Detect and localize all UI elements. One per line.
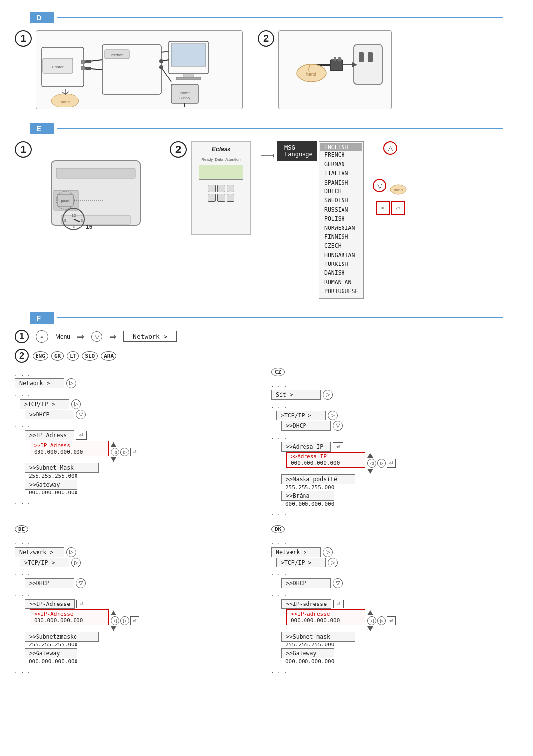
network-item-eng[interactable]: Network >: [15, 378, 64, 388]
tcpip-item-de[interactable]: >TCP/IP >: [20, 558, 69, 567]
ip-nav-dk: ◁ ▷ ⏎: [367, 610, 396, 631]
network-menu-item[interactable]: Network >: [123, 331, 177, 342]
left-btn-eng[interactable]: ◁: [111, 448, 119, 456]
gateway-item-eng[interactable]: >>Gateway: [25, 480, 77, 490]
svg-rect-11: [85, 67, 91, 70]
ipaddr-item-cz[interactable]: >>Adresa IP: [281, 442, 331, 452]
subnet-item-cz[interactable]: >>Maska podsítě: [281, 474, 355, 484]
section-e-header: E: [30, 121, 503, 136]
section-e-label: E: [30, 123, 54, 134]
lang-tag-lt: LT: [67, 351, 79, 361]
down-arr-dhcp-de[interactable]: ▽: [76, 578, 86, 588]
pointer-svg: [260, 141, 274, 171]
left-btn-dk[interactable]: ◁: [367, 616, 376, 625]
right-btn-dk[interactable]: ▷: [377, 616, 386, 625]
row-subnetz-de: >>Subnetzmaske 255.255.255.000: [25, 632, 262, 648]
left-btn-cz[interactable]: ◁: [367, 459, 376, 468]
right-btn-de[interactable]: ▷: [120, 616, 129, 625]
down-arr-de[interactable]: ▷: [66, 547, 76, 557]
right-btn-cz[interactable]: ▷: [377, 459, 386, 468]
dots2-de: . . .: [15, 568, 262, 577]
down-arr-tcpip-de[interactable]: ▷: [71, 558, 81, 567]
right-btn-eng[interactable]: ▷: [120, 448, 129, 456]
nav-down-row: ▽ hand: [373, 176, 408, 195]
ip-entry-row-cz: >>Adresa IP 000.000.000.000 ◁ ▷ ⏎: [271, 452, 518, 474]
tcpip-item-dk[interactable]: >TCP/IP >: [276, 558, 326, 567]
subnet-item-eng[interactable]: >>Subnet Mask: [25, 463, 99, 473]
row-netzwerk-de: Netzwerk > ▷: [15, 547, 262, 557]
ipaddr-entry-eng[interactable]: >>IP Adress 000.000.000.000: [30, 441, 109, 456]
tcpip-item-cz[interactable]: >TCP/IP >: [276, 411, 326, 420]
ipaddr-entry-dk[interactable]: >>IP-adresse 000.000.000.000: [286, 609, 365, 625]
subnetz-item-de[interactable]: >>Subnetzmaske: [25, 632, 99, 642]
ok-btn-cz[interactable]: ⏎: [387, 459, 396, 468]
lang-tag-eng: ENG: [33, 351, 48, 361]
ok-icon-dk[interactable]: ⏎: [333, 600, 344, 608]
lang-portuguese: PORTUGUESE: [324, 288, 358, 295]
ipaddr-entry-de[interactable]: >>IP-Adresse 000.000.000.000: [30, 609, 109, 625]
left-btn-de[interactable]: ◁: [111, 616, 119, 625]
btn2[interactable]: [217, 185, 225, 192]
config-panels-row1: . . . Network > ▷ . . . >TCP/IP > ▷ >>DH…: [15, 368, 518, 518]
dhcp-item-dk[interactable]: >>DHCP: [281, 578, 331, 588]
down-arr-dhcp-eng[interactable]: ▽: [76, 410, 86, 419]
section-d-header: D: [30, 10, 503, 25]
ipaddr-item-eng[interactable]: >>IP Adress: [25, 430, 74, 440]
down-arr-eng[interactable]: ▷: [66, 378, 76, 388]
lang-spanish: SPANISH: [324, 179, 348, 186]
btn1[interactable]: [208, 185, 216, 192]
nav-up-circle[interactable]: △: [383, 141, 397, 155]
subnetz-de: >>Subnetzmaske 255.255.255.000: [25, 632, 99, 648]
ok-icon-eng[interactable]: ⏎: [76, 431, 87, 440]
gateway-item-de[interactable]: >>Gateway: [25, 648, 77, 658]
btn6[interactable]: [227, 194, 234, 202]
lang-german: GERMAN: [324, 161, 345, 168]
menu-circle-icon[interactable]: ≡: [36, 330, 48, 343]
gateway-dk: >>Gateway 000.000.000.000: [281, 648, 334, 665]
btn5[interactable]: [217, 194, 225, 202]
lang-label: Language: [284, 151, 310, 158]
ok-btn-eng[interactable]: ⏎: [130, 448, 139, 456]
btn4[interactable]: [208, 194, 216, 202]
nav-down-circle[interactable]: ▽: [373, 179, 386, 192]
ok-icon-cz[interactable]: ⏎: [333, 442, 343, 451]
nav-lr-row-dk: ◁ ▷ ⏎: [367, 616, 396, 625]
svg-marker-52: [273, 154, 274, 158]
nav-ok-icon[interactable]: ⏎: [391, 201, 405, 215]
netvaerk-item-dk[interactable]: Netværk >: [271, 547, 321, 557]
subnet-item-dk[interactable]: >>Subnet mask: [281, 632, 355, 642]
gateway-item-dk[interactable]: >>Gateway: [281, 648, 334, 658]
down-arr-cz[interactable]: ▷: [323, 390, 333, 400]
ipadresse-item-dk[interactable]: >>IP-adresse: [281, 599, 331, 609]
ok-icon-de[interactable]: ⏎: [76, 600, 87, 608]
lang-czech: CZECH: [324, 242, 342, 249]
down-arrow-icon[interactable]: ▽: [91, 331, 102, 342]
brana-item-cz[interactable]: >>Brána: [281, 491, 334, 501]
down-arr-dhcp-dk[interactable]: ▽: [333, 578, 343, 588]
section-f-label: F: [30, 312, 54, 324]
netzwerk-item-de[interactable]: Netzwerk >: [15, 547, 64, 557]
down-arr-dhcp-cz[interactable]: ▽: [333, 421, 343, 431]
ipaddr-entry-cz[interactable]: >>Adresa IP 000.000.000.000: [286, 452, 365, 468]
nav-menu-icon[interactable]: ≡: [376, 201, 390, 215]
down-arr-tcpip-eng[interactable]: ▷: [71, 399, 81, 409]
dhcp-item-de[interactable]: >>DHCP: [25, 578, 74, 588]
row-ipadresse-dk: >>IP-adresse ⏎: [281, 599, 518, 609]
ok-btn-dk[interactable]: ⏎: [387, 616, 396, 625]
ip-nav-cz: ◁ ▷ ⏎: [367, 453, 396, 474]
dhcp-item-eng[interactable]: >>DHCP: [25, 410, 74, 419]
svg-text:Interface: Interface: [110, 53, 123, 57]
down-arr-tcpip-dk[interactable]: ▷: [328, 558, 338, 567]
down-arr-tcpip-cz[interactable]: ▷: [328, 411, 338, 420]
row-gateway-eng: >>Gateway 000.000.000.000: [25, 480, 262, 496]
sit-item-cz[interactable]: Síť >: [271, 390, 321, 400]
svg-text:15: 15: [86, 224, 93, 230]
tcpip-item-eng[interactable]: >TCP/IP >: [20, 399, 69, 409]
dhcp-item-cz[interactable]: >>DHCP: [281, 421, 331, 431]
ok-btn-de[interactable]: ⏎: [130, 616, 139, 625]
ipadresse-item-de[interactable]: >>IP-Adresse: [25, 599, 75, 609]
row-tcpip-cz: >TCP/IP > ▷: [276, 411, 518, 420]
svg-rect-29: [368, 52, 373, 62]
btn3[interactable]: [227, 185, 234, 192]
down-arr-dk[interactable]: ▷: [323, 547, 333, 557]
